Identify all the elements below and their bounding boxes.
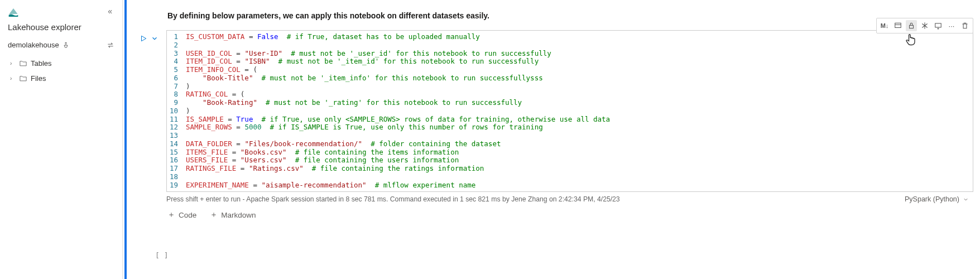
plus-icon: ＋ [210,210,218,220]
collapse-sidebar-icon[interactable]: « [105,4,114,18]
chevron-down-icon [963,196,969,203]
code-line[interactable]: 6 "Book-Title" # must not be '_item_info… [167,74,973,83]
add-code-cell-button[interactable]: ＋ Code [167,210,196,220]
code-line[interactable]: 18 [167,173,973,181]
svg-rect-2 [935,23,941,27]
svg-rect-0 [895,23,901,27]
add-markdown-label: Markdown [221,211,256,219]
plus-icon: ＋ [167,210,175,220]
code-line[interactable]: 17RATINGS_FILE = "Ratings.csv" # file co… [167,165,973,173]
more-actions-button[interactable]: ··· [946,20,957,31]
code-line[interactable]: 1IS_CUSTOM_DATA = False # if True, datas… [167,33,973,41]
toggle-output-button[interactable] [892,20,904,31]
lakehouse-explorer-sidebar: « Lakehouse explorer demolakehouse › Tab… [0,0,123,279]
explorer-title: Lakehouse explorer [0,20,122,37]
tree-item-label: Files [31,74,46,83]
code-line[interactable]: 9 "Book-Rating" # must not be '_rating' … [167,99,973,107]
tree-item-files[interactable]: › Files [8,71,114,86]
add-markdown-cell-button[interactable]: ＋ Markdown [210,210,256,220]
chevron-right-icon: › [10,75,16,81]
code-line[interactable]: 16USERS_FILE = "Users.csv" # file contai… [167,156,973,165]
code-line[interactable]: 4ITEM_ID_COL = "ISBN" # must not be '_it… [167,57,973,66]
kernel-selector[interactable]: PySpark (Python) [905,195,969,203]
lakehouse-icon [8,6,19,17]
delete-cell-button[interactable] [959,20,971,31]
kernel-name: PySpark (Python) [905,195,959,203]
code-line[interactable]: 8RATING_COL = ( [167,90,973,99]
code-editor[interactable]: 1IS_CUSTOM_DATA = False # if True, datas… [166,30,973,192]
run-options-dropdown[interactable] [151,35,158,42]
code-cell: M↓ ··· 1IS_CUSTOM_DATA = False # if True… [134,30,973,203]
code-line[interactable]: 5ITEM_INFO_COL = ( [167,66,973,74]
add-below-button[interactable] [933,20,944,31]
code-line[interactable]: 12SAMPLE_ROWS = 5000 # if IS_SAMPLE is T… [167,123,973,132]
folder-icon [19,74,27,83]
tree-item-label: Tables [31,59,52,68]
pin-icon[interactable] [63,42,69,49]
run-hint: Press shift + enter to run - Apache Spar… [166,195,620,203]
code-line[interactable]: 13 [167,132,973,140]
code-line[interactable]: 3USER_ID_COL = "User-ID" # must not be '… [167,50,973,58]
folder-icon [19,59,27,68]
code-line[interactable]: 19EXPERIMENT_NAME = "aisample-recommenda… [167,181,973,190]
chevron-right-icon: › [10,60,16,66]
convert-markdown-button[interactable]: M↓ [879,20,890,31]
markdown-cell-text: By defining below parameters, we can app… [123,0,980,30]
cell-toolbar: M↓ ··· [876,18,973,33]
lock-cell-button[interactable] [906,20,917,31]
tree-item-tables[interactable]: › Tables [8,56,114,71]
lakehouse-name[interactable]: demolakehouse [8,41,59,49]
svg-rect-1 [910,25,914,28]
active-cell-indicator [124,0,127,279]
code-line[interactable]: 10) [167,107,973,116]
notebook-main: By defining below parameters, we can app… [123,0,980,279]
execution-count-bracket: [ ] [155,251,168,259]
swap-lakehouse-icon[interactable] [107,41,114,49]
run-cell-button[interactable] [140,35,147,42]
code-line[interactable]: 14DATA_FOLDER = "Files/book-recommendati… [167,140,973,148]
freeze-cell-button[interactable] [919,20,930,31]
add-code-label: Code [179,211,196,219]
code-line[interactable]: 7) [167,83,973,91]
code-line[interactable]: 11IS_SAMPLE = True # if True, use only <… [167,116,973,124]
code-line[interactable]: 2 [167,41,973,50]
code-line[interactable]: 15ITEMS_FILE = "Books.csv" # file contai… [167,148,973,157]
